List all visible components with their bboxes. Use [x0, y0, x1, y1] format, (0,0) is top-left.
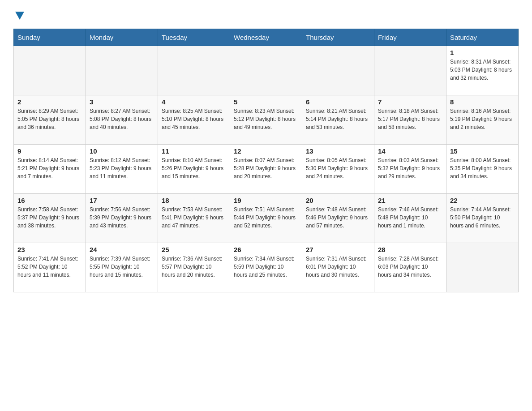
week-row-4: 16Sunrise: 7:58 AM Sunset: 5:37 PM Dayli…	[14, 194, 519, 243]
day-info: Sunrise: 7:56 AM Sunset: 5:39 PM Dayligh…	[90, 206, 154, 230]
weekday-header-saturday: Saturday	[446, 29, 519, 46]
day-number: 11	[162, 147, 226, 155]
calendar-cell: 28Sunrise: 7:28 AM Sunset: 6:03 PM Dayli…	[374, 243, 446, 292]
calendar-cell: 23Sunrise: 7:41 AM Sunset: 5:52 PM Dayli…	[14, 243, 86, 292]
week-row-5: 23Sunrise: 7:41 AM Sunset: 5:52 PM Dayli…	[14, 243, 519, 292]
weekday-header-tuesday: Tuesday	[158, 29, 230, 46]
day-number: 3	[90, 98, 154, 106]
day-info: Sunrise: 7:46 AM Sunset: 5:48 PM Dayligh…	[378, 206, 442, 230]
weekday-header-monday: Monday	[86, 29, 158, 46]
day-number: 25	[162, 246, 226, 253]
day-number: 22	[450, 197, 515, 204]
calendar-cell	[86, 46, 158, 95]
day-info: Sunrise: 8:27 AM Sunset: 5:08 PM Dayligh…	[90, 107, 154, 131]
day-info: Sunrise: 8:05 AM Sunset: 5:30 PM Dayligh…	[306, 156, 370, 180]
day-number: 7	[378, 98, 442, 106]
day-info: Sunrise: 7:41 AM Sunset: 5:52 PM Dayligh…	[17, 255, 82, 279]
day-number: 1	[450, 49, 515, 56]
day-info: Sunrise: 8:18 AM Sunset: 5:17 PM Dayligh…	[378, 107, 442, 131]
calendar-cell: 18Sunrise: 7:53 AM Sunset: 5:41 PM Dayli…	[158, 194, 230, 243]
day-info: Sunrise: 8:21 AM Sunset: 5:14 PM Dayligh…	[306, 107, 370, 131]
day-number: 14	[378, 147, 442, 155]
calendar-cell: 15Sunrise: 8:00 AM Sunset: 5:35 PM Dayli…	[446, 145, 519, 194]
calendar-cell: 9Sunrise: 8:14 AM Sunset: 5:21 PM Daylig…	[14, 145, 86, 194]
day-number: 16	[17, 197, 82, 204]
day-info: Sunrise: 7:44 AM Sunset: 5:50 PM Dayligh…	[450, 206, 515, 230]
day-info: Sunrise: 7:34 AM Sunset: 5:59 PM Dayligh…	[234, 255, 298, 279]
day-info: Sunrise: 8:16 AM Sunset: 5:19 PM Dayligh…	[450, 107, 515, 131]
day-number: 6	[306, 98, 370, 106]
calendar-cell	[302, 46, 374, 95]
calendar-cell: 27Sunrise: 7:31 AM Sunset: 6:01 PM Dayli…	[302, 243, 374, 292]
day-info: Sunrise: 7:53 AM Sunset: 5:41 PM Dayligh…	[162, 206, 226, 230]
calendar-cell: 4Sunrise: 8:25 AM Sunset: 5:10 PM Daylig…	[158, 95, 230, 145]
week-row-2: 2Sunrise: 8:29 AM Sunset: 5:05 PM Daylig…	[14, 95, 519, 145]
week-row-1: 1Sunrise: 8:31 AM Sunset: 5:03 PM Daylig…	[14, 46, 519, 95]
day-info: Sunrise: 8:12 AM Sunset: 5:23 PM Dayligh…	[90, 156, 154, 180]
day-number: 18	[162, 197, 226, 204]
calendar-cell: 2Sunrise: 8:29 AM Sunset: 5:05 PM Daylig…	[14, 95, 86, 145]
calendar-cell: 13Sunrise: 8:05 AM Sunset: 5:30 PM Dayli…	[302, 145, 374, 194]
day-info: Sunrise: 7:39 AM Sunset: 5:55 PM Dayligh…	[90, 255, 154, 279]
calendar-cell: 10Sunrise: 8:12 AM Sunset: 5:23 PM Dayli…	[86, 145, 158, 194]
calendar-cell: 24Sunrise: 7:39 AM Sunset: 5:55 PM Dayli…	[86, 243, 158, 292]
day-number: 12	[234, 147, 298, 155]
day-number: 9	[17, 147, 82, 155]
calendar-cell: 19Sunrise: 7:51 AM Sunset: 5:44 PM Dayli…	[230, 194, 302, 243]
day-info: Sunrise: 7:48 AM Sunset: 5:46 PM Dayligh…	[306, 206, 370, 230]
day-info: Sunrise: 8:10 AM Sunset: 5:26 PM Dayligh…	[162, 156, 226, 180]
day-number: 10	[90, 147, 154, 155]
calendar-table: SundayMondayTuesdayWednesdayThursdayFrid…	[13, 29, 519, 292]
calendar-cell: 11Sunrise: 8:10 AM Sunset: 5:26 PM Dayli…	[158, 145, 230, 194]
calendar-cell: 25Sunrise: 7:36 AM Sunset: 5:57 PM Dayli…	[158, 243, 230, 292]
day-number: 28	[378, 246, 442, 253]
day-number: 4	[162, 98, 226, 106]
calendar-cell: 21Sunrise: 7:46 AM Sunset: 5:48 PM Dayli…	[374, 194, 446, 243]
calendar-cell: 26Sunrise: 7:34 AM Sunset: 5:59 PM Dayli…	[230, 243, 302, 292]
day-number: 8	[450, 98, 515, 106]
day-number: 24	[90, 246, 154, 253]
calendar-cell	[230, 46, 302, 95]
day-info: Sunrise: 8:25 AM Sunset: 5:10 PM Dayligh…	[162, 107, 226, 131]
day-info: Sunrise: 7:58 AM Sunset: 5:37 PM Dayligh…	[17, 206, 82, 230]
day-number: 26	[234, 246, 298, 253]
weekday-header-row: SundayMondayTuesdayWednesdayThursdayFrid…	[14, 29, 519, 46]
day-number: 19	[234, 197, 298, 204]
page-header	[13, 9, 519, 20]
calendar-cell: 8Sunrise: 8:16 AM Sunset: 5:19 PM Daylig…	[446, 95, 519, 145]
day-number: 17	[90, 197, 154, 204]
logo	[13, 9, 24, 20]
day-info: Sunrise: 8:31 AM Sunset: 5:03 PM Dayligh…	[450, 58, 515, 82]
day-info: Sunrise: 7:31 AM Sunset: 6:01 PM Dayligh…	[306, 255, 370, 279]
calendar-cell: 22Sunrise: 7:44 AM Sunset: 5:50 PM Dayli…	[446, 194, 519, 243]
calendar-cell: 6Sunrise: 8:21 AM Sunset: 5:14 PM Daylig…	[302, 95, 374, 145]
day-number: 21	[378, 197, 442, 204]
weekday-header-friday: Friday	[374, 29, 446, 46]
day-info: Sunrise: 7:28 AM Sunset: 6:03 PM Dayligh…	[378, 255, 442, 279]
day-info: Sunrise: 8:03 AM Sunset: 5:32 PM Dayligh…	[378, 156, 442, 180]
day-number: 13	[306, 147, 370, 155]
calendar-cell: 5Sunrise: 8:23 AM Sunset: 5:12 PM Daylig…	[230, 95, 302, 145]
day-number: 23	[17, 246, 82, 253]
day-info: Sunrise: 8:23 AM Sunset: 5:12 PM Dayligh…	[234, 107, 298, 131]
calendar-cell	[14, 46, 86, 95]
day-number: 15	[450, 147, 515, 155]
day-info: Sunrise: 8:00 AM Sunset: 5:35 PM Dayligh…	[450, 156, 515, 180]
weekday-header-wednesday: Wednesday	[230, 29, 302, 46]
day-number: 27	[306, 246, 370, 253]
calendar-cell: 7Sunrise: 8:18 AM Sunset: 5:17 PM Daylig…	[374, 95, 446, 145]
calendar-cell	[374, 46, 446, 95]
week-row-3: 9Sunrise: 8:14 AM Sunset: 5:21 PM Daylig…	[14, 145, 519, 194]
calendar-cell: 17Sunrise: 7:56 AM Sunset: 5:39 PM Dayli…	[86, 194, 158, 243]
weekday-header-thursday: Thursday	[302, 29, 374, 46]
logo-triangle-icon	[15, 12, 24, 20]
calendar-cell	[446, 243, 519, 292]
day-number: 20	[306, 197, 370, 204]
calendar-cell: 14Sunrise: 8:03 AM Sunset: 5:32 PM Dayli…	[374, 145, 446, 194]
day-info: Sunrise: 8:07 AM Sunset: 5:28 PM Dayligh…	[234, 156, 298, 180]
calendar-cell: 12Sunrise: 8:07 AM Sunset: 5:28 PM Dayli…	[230, 145, 302, 194]
calendar-cell: 16Sunrise: 7:58 AM Sunset: 5:37 PM Dayli…	[14, 194, 86, 243]
day-info: Sunrise: 7:51 AM Sunset: 5:44 PM Dayligh…	[234, 206, 298, 230]
day-number: 2	[17, 98, 82, 106]
calendar-cell: 3Sunrise: 8:27 AM Sunset: 5:08 PM Daylig…	[86, 95, 158, 145]
